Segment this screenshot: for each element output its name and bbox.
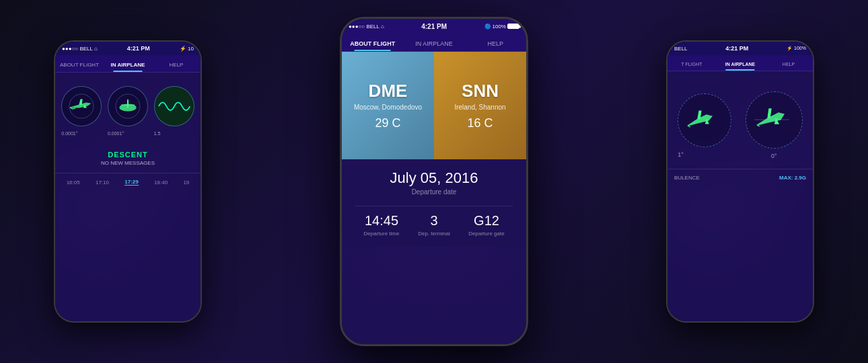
left-gauge-3: 1.5 — [154, 86, 194, 126]
left-plane-icon-1 — [65, 93, 98, 120]
right-gauge-right — [746, 91, 803, 149]
center-status-bar: ●●●○○ BELL ⌂ 4:21 PM 🔵 100% — [342, 19, 526, 34]
flight-date: July 05, 2016 — [355, 169, 513, 187]
left-gauge-circle-2 — [108, 86, 148, 126]
dep-time-label: Departure time — [355, 231, 408, 237]
center-time: 4:21 PM — [421, 23, 447, 30]
left-gauge-circle-1 — [61, 86, 102, 126]
right-map-bg — [667, 42, 813, 321]
left-gauge-1: 0.0001° — [61, 86, 102, 126]
dep-terminal-item: 3 Dep. terminal — [408, 213, 460, 237]
left-plane-icon-2 — [111, 93, 145, 120]
right-phone-screen: BELL 4:21 PM ⚡ 100% T FLIGHT IN AIRPLANE… — [667, 42, 813, 321]
right-gauge-right-wrap: 0° — [746, 91, 803, 149]
dep-time-item: 14:45 Departure time — [355, 213, 408, 237]
center-phone-screen: ●●●○○ BELL ⌂ 4:21 PM 🔵 100% ABOUT FLIGHT… — [342, 19, 526, 344]
flight-date-label: Departure date — [355, 188, 513, 196]
dep-gate-value: G12 — [460, 213, 513, 229]
right-phone: BELL 4:21 PM ⚡ 100% T FLIGHT IN AIRPLANE… — [666, 40, 814, 323]
left-gauge-2: 0.0001° — [108, 86, 148, 126]
left-wave-icon — [155, 91, 194, 122]
flight-details-row: 14:45 Departure time 3 Dep. terminal G12… — [355, 206, 513, 237]
center-tab-about[interactable]: ABOUT FLIGHT — [342, 38, 403, 51]
dep-time-value: 14:45 — [355, 213, 408, 229]
dep-terminal-label: Dep. terminal — [408, 231, 460, 237]
right-gauge-right-degree: 0° — [771, 153, 777, 159]
right-gauge-left-wrap: 1° — [678, 93, 731, 147]
svg-line-4 — [688, 126, 690, 127]
center-battery: 🔵 100% — [484, 24, 519, 30]
dep-gate-label: Departure gate — [460, 231, 513, 237]
dep-gate-item: G12 Departure gate — [460, 213, 513, 237]
center-tab-airplane[interactable]: IN AIRPLANE — [403, 38, 464, 51]
left-phone-screen: ●●●○○ BELL ⌂ 4:21 PM ⚡ 10 ABOUT FLIGHT I… — [55, 42, 201, 321]
arrival-code: SNN — [462, 81, 499, 102]
arrival-temp: 16 C — [467, 116, 493, 130]
center-tab-help[interactable]: HELP — [465, 38, 526, 51]
left-phone: ●●●○○ BELL ⌂ 4:21 PM ⚡ 10 ABOUT FLIGHT I… — [54, 40, 202, 323]
right-gauge-left-degree: 1° — [678, 151, 684, 158]
center-nav: ABOUT FLIGHT IN AIRPLANE HELP — [342, 34, 526, 52]
departure-temp: 29 C — [375, 116, 400, 130]
center-signal: ●●●○○ BELL ⌂ — [349, 24, 384, 30]
left-gauges: 0.0001° 0.0001° — [55, 79, 201, 144]
left-gauge-label-1: 0.0001° — [61, 131, 77, 136]
right-plane-svg-left — [681, 100, 728, 140]
center-phone: ●●●○○ BELL ⌂ 4:21 PM 🔵 100% ABOUT FLIGHT… — [340, 17, 528, 346]
departure-city: Moscow, Domodedovo — [354, 104, 422, 111]
left-gauge-wave — [154, 86, 194, 126]
left-gauge-label-3: 1.5 — [154, 131, 161, 136]
svg-line-5 — [757, 125, 760, 126]
arrival-city: Ireland, Shannon — [454, 104, 505, 111]
flight-info: July 05, 2016 Departure date 14:45 Depar… — [342, 159, 526, 247]
departure-code: DME — [369, 81, 408, 102]
scene: ●●●○○ BELL ⌂ 4:21 PM ⚡ 10 ABOUT FLIGHT I… — [0, 0, 868, 363]
dep-terminal-value: 3 — [408, 213, 460, 229]
left-gauge-label-2: 0.0001° — [108, 131, 124, 136]
right-plane-svg-right — [749, 98, 799, 142]
right-gauge-left — [678, 93, 731, 147]
